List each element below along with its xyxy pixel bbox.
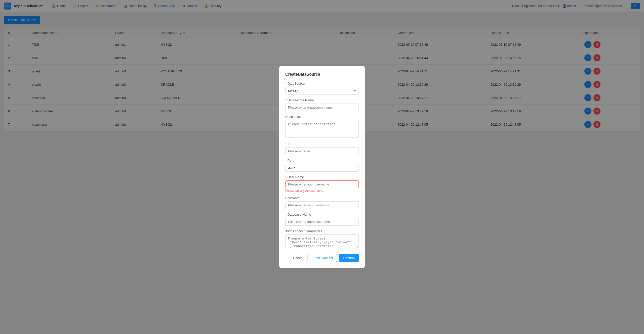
port-input[interactable]: 3306 — [285, 164, 359, 172]
datasource-name-field: Datasource Name — [285, 98, 359, 111]
database-name-input[interactable] — [285, 218, 359, 226]
jdbc-field: Jdbc connect parameters — [285, 229, 359, 249]
username-label: User Name — [285, 175, 359, 179]
datasource-name-label: Datasource Name — [285, 98, 359, 102]
username-error-message: Please enter your username — [285, 189, 359, 193]
datasource-select[interactable]: MYSQL POSTGRESQL HIVE ORACLE SQLSERVER — [285, 87, 359, 95]
cancel-button[interactable]: Cancel — [289, 254, 307, 262]
ip-input[interactable] — [285, 147, 359, 155]
password-label: Password — [285, 196, 359, 200]
password-input[interactable] — [285, 201, 359, 209]
description-field: Description — [285, 115, 359, 138]
description-label: Description — [285, 115, 359, 119]
database-name-field: Database Name — [285, 213, 359, 226]
port-field: Port 3306 — [285, 159, 359, 172]
port-label: Port — [285, 159, 359, 162]
create-datasource-modal: CreateDataSource DataSource MYSQL POSTGR… — [279, 66, 365, 268]
modal-footer: Cancel Test Connect Confirm — [285, 254, 359, 262]
datasource-field: DataSource MYSQL POSTGRESQL HIVE ORACLE … — [285, 82, 359, 95]
database-name-label: Database Name — [285, 213, 359, 216]
ip-field: IP — [285, 142, 359, 155]
datasource-name-input[interactable] — [285, 104, 359, 111]
ip-label: IP — [285, 142, 359, 146]
modal-title: CreateDataSource — [285, 72, 359, 77]
modal-overlay: CreateDataSource DataSource MYSQL POSTGR… — [0, 0, 644, 334]
username-field: User Name Please enter your username — [285, 175, 359, 193]
test-connect-button[interactable]: Test Connect — [310, 254, 337, 262]
password-field: Password — [285, 196, 359, 209]
jdbc-label: Jdbc connect parameters — [285, 229, 359, 233]
confirm-button[interactable]: Confirm — [339, 254, 359, 262]
username-input[interactable] — [285, 180, 359, 188]
description-input[interactable] — [285, 120, 359, 138]
datasource-label: DataSource — [285, 82, 359, 85]
jdbc-input[interactable] — [285, 234, 359, 248]
